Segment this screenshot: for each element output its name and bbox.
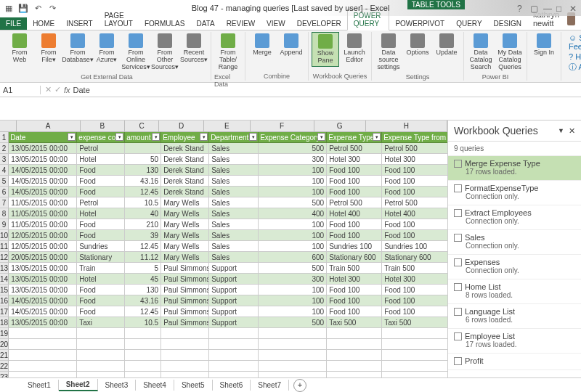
cell[interactable]: Support bbox=[209, 285, 259, 295]
cell[interactable]: 100 bbox=[259, 295, 327, 306]
cell[interactable] bbox=[327, 361, 382, 372]
cell[interactable]: 14/05/2015 00:00 bbox=[9, 306, 77, 317]
cell[interactable]: Petrol 500 bbox=[382, 143, 447, 154]
cell[interactable]: 100 bbox=[259, 241, 327, 252]
tab-insert[interactable]: INSERT bbox=[60, 17, 99, 30]
save-icon[interactable]: 💾 bbox=[17, 2, 29, 14]
ribbon-button[interactable]: From Database▾ bbox=[64, 32, 92, 65]
row-header[interactable]: 7 bbox=[0, 197, 9, 208]
cell[interactable]: Support bbox=[209, 295, 259, 306]
ribbon-button[interactable]: From File▾ bbox=[35, 32, 62, 65]
cell[interactable]: Stationary bbox=[77, 252, 125, 263]
row-header[interactable]: 18 bbox=[0, 317, 9, 328]
table-header-cell[interactable]: Expense Type▾ bbox=[327, 132, 382, 143]
tab-formulas[interactable]: FORMULAS bbox=[139, 17, 191, 30]
minimize-icon[interactable]: — bbox=[543, 4, 552, 12]
sheet-tab[interactable]: Sheet5 bbox=[174, 380, 213, 391]
cell[interactable]: Sales bbox=[209, 252, 259, 263]
column-header[interactable]: F bbox=[251, 121, 314, 131]
cell[interactable] bbox=[382, 339, 447, 350]
cell[interactable]: 11/05/2015 00:00 bbox=[9, 197, 77, 208]
cell[interactable] bbox=[9, 350, 77, 361]
cell[interactable]: Taxi 500 bbox=[327, 317, 382, 328]
ribbon-button[interactable]: From Other Sources▾ bbox=[151, 32, 179, 73]
cell[interactable] bbox=[382, 328, 447, 339]
ribbon-button[interactable]: Merge bbox=[248, 32, 276, 58]
cell[interactable]: Hotel 300 bbox=[382, 154, 447, 165]
cell[interactable] bbox=[382, 350, 447, 361]
column-header[interactable]: A bbox=[17, 121, 81, 131]
filter-dropdown-icon[interactable]: ▾ bbox=[68, 133, 76, 141]
cell[interactable] bbox=[327, 328, 382, 339]
cell[interactable]: 10.5 bbox=[125, 317, 161, 328]
ribbon-button[interactable]: Sign In bbox=[530, 32, 558, 58]
tab-developer[interactable]: DEVELOPER bbox=[291, 17, 347, 30]
cell[interactable]: Taxi bbox=[77, 317, 125, 328]
cell[interactable]: 13/05/2015 00:00 bbox=[9, 154, 77, 165]
cell[interactable]: 13/05/2015 00:00 bbox=[9, 143, 77, 154]
undo-icon[interactable]: ↶ bbox=[32, 2, 44, 14]
row-header[interactable]: 12 bbox=[0, 252, 9, 263]
query-item[interactable]: Profit bbox=[448, 354, 581, 370]
cell[interactable] bbox=[382, 361, 447, 372]
cell[interactable]: Food 100 bbox=[382, 176, 447, 187]
cell[interactable]: Hotel bbox=[77, 274, 125, 285]
cell[interactable]: 500 bbox=[259, 143, 327, 154]
column-header[interactable]: D bbox=[159, 121, 204, 131]
cell[interactable]: 100 bbox=[259, 230, 327, 241]
cell[interactable]: Food 100 bbox=[327, 295, 382, 306]
ribbon-button[interactable]: My Data Catalog Queries bbox=[496, 32, 524, 73]
cell[interactable]: 12/05/2015 00:00 bbox=[9, 230, 77, 241]
help-icon[interactable]: ? bbox=[517, 4, 526, 12]
cell[interactable]: Sales bbox=[209, 176, 259, 187]
tab-powerpivot[interactable]: POWERPIVOT bbox=[389, 17, 450, 30]
cell[interactable]: 100 bbox=[259, 306, 327, 317]
sheet-tab[interactable]: Sheet6 bbox=[213, 380, 251, 391]
cell[interactable] bbox=[9, 339, 77, 350]
help-link[interactable]: ☺ Send Feedback▾ bbox=[569, 33, 581, 52]
cell[interactable]: 500 bbox=[259, 317, 327, 328]
sheet-tab[interactable]: Sheet3 bbox=[98, 380, 137, 391]
row-header[interactable]: 22 bbox=[0, 361, 9, 372]
cell[interactable] bbox=[125, 328, 161, 339]
cell[interactable]: 14/05/2015 00:00 bbox=[9, 295, 77, 306]
row-header[interactable]: 10 bbox=[0, 230, 9, 241]
cell[interactable] bbox=[77, 361, 125, 372]
cell[interactable]: Food bbox=[77, 176, 125, 187]
cell[interactable]: Food 100 bbox=[382, 285, 447, 295]
query-item[interactable]: FormatExpenseTypeConnection only. bbox=[448, 181, 581, 205]
cell[interactable]: Paul Simmons bbox=[161, 317, 209, 328]
cell[interactable]: Petrol bbox=[77, 197, 125, 208]
cell[interactable]: Paul Simmons bbox=[161, 306, 209, 317]
table-header-cell[interactable]: amount▾ bbox=[125, 132, 161, 143]
cell[interactable]: 5 bbox=[125, 263, 161, 274]
cell[interactable]: 20/05/2015 00:00 bbox=[9, 252, 77, 263]
cell[interactable]: 100 bbox=[259, 176, 327, 187]
cell[interactable]: Hotel bbox=[77, 154, 125, 165]
cell[interactable]: Mary Wells bbox=[161, 219, 209, 230]
cell[interactable] bbox=[327, 372, 382, 377]
cell[interactable]: Food 100 bbox=[382, 187, 447, 197]
cell[interactable]: 300 bbox=[259, 274, 327, 285]
cell[interactable] bbox=[327, 350, 382, 361]
row-header[interactable]: 6 bbox=[0, 187, 9, 197]
cell[interactable]: 10.5 bbox=[125, 197, 161, 208]
cell[interactable]: 100 bbox=[259, 187, 327, 197]
cell[interactable]: Food bbox=[77, 295, 125, 306]
cell[interactable]: 13/05/2015 00:00 bbox=[9, 317, 77, 328]
row-header[interactable]: 14 bbox=[0, 274, 9, 285]
row-header[interactable]: 17 bbox=[0, 306, 9, 317]
pane-dropdown-icon[interactable]: ▼ bbox=[558, 127, 564, 134]
ribbon-collapse-icon[interactable]: ▢ bbox=[530, 4, 539, 12]
cell[interactable]: 43.16 bbox=[125, 295, 161, 306]
table-header-cell[interactable]: Expense Category▾ bbox=[259, 132, 327, 143]
cell[interactable] bbox=[125, 350, 161, 361]
table-header-cell[interactable]: expense code▾ bbox=[77, 132, 125, 143]
cell[interactable] bbox=[259, 361, 327, 372]
query-item[interactable]: Extract EmployeesConnection only. bbox=[448, 205, 581, 230]
formula-bar[interactable]: Date bbox=[73, 86, 90, 94]
cell[interactable] bbox=[9, 328, 77, 339]
ribbon-button[interactable]: From Azure▾ bbox=[93, 32, 121, 65]
sheet-tab[interactable]: Sheet4 bbox=[136, 380, 174, 391]
row-header[interactable]: 5 bbox=[0, 176, 9, 187]
